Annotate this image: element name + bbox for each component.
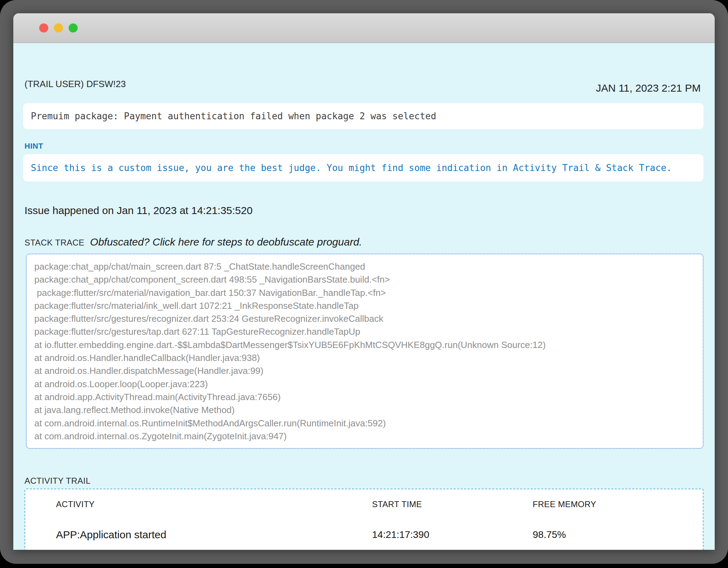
stack-trace-line: at com.android.internal.os.ZygoteInit.ma… — [34, 430, 699, 443]
zoom-button[interactable] — [69, 23, 78, 33]
column-header-free-memory: FREE MEMORY — [533, 499, 703, 509]
stack-trace-line: package:flutter/src/gestures/recognizer.… — [34, 312, 699, 325]
stack-trace-line: package:chat_app/chat/component_screen.d… — [34, 273, 699, 286]
stack-trace-line: package:flutter/src/gestures/tap.dart 62… — [34, 325, 699, 338]
hint-label: HINT — [24, 142, 43, 151]
column-header-start-time: START TIME — [372, 499, 533, 509]
activity-trail-table-header: ACTIVITY START TIME FREE MEMORY — [56, 498, 703, 510]
stack-trace-line: at android.os.Handler.dispatchMessage(Ha… — [34, 364, 699, 377]
stack-trace-line: at com.android.internal.os.RuntimeInit$M… — [34, 417, 699, 430]
issue-detail-content: (TRAIL USER) DFSW!23 JAN 11, 2023 2:21 P… — [13, 43, 715, 550]
activity-trail-panel[interactable]: ACTIVITY START TIME FREE MEMORY APP:Appl… — [24, 489, 704, 550]
stack-trace-line: at android.app.ActivityThread.main(Activ… — [34, 391, 699, 404]
stack-trace-line: at android.os.Looper.loop(Looper.java:22… — [34, 378, 699, 391]
issue-datetime: JAN 11, 2023 2:21 PM — [596, 82, 701, 94]
window-titlebar[interactable] — [13, 13, 715, 43]
stack-trace-header: STACK TRACE Obfuscated? Click here for s… — [24, 236, 362, 248]
activity-trail-label: ACTIVITY TRAIL — [24, 476, 91, 486]
table-row[interactable]: APP:Initializing states 14:21:17:396 98.… — [56, 547, 703, 550]
stack-trace-line: package:flutter/src/material/navigation_… — [34, 286, 699, 299]
deobfuscate-link[interactable]: Obfuscated? Click here for steps to deob… — [90, 236, 362, 248]
close-button[interactable] — [39, 23, 48, 33]
hint-text: Since this is a custom issue, you are th… — [23, 154, 704, 182]
stack-trace-line: package:flutter/src/material/ink_well.da… — [34, 299, 699, 312]
free-memory-cell: 98.75% — [533, 529, 703, 540]
stack-trace-label: STACK TRACE — [24, 238, 84, 248]
minimize-button[interactable] — [54, 23, 63, 33]
table-row[interactable]: APP:Application started 14:21:17:390 98.… — [56, 522, 703, 547]
column-header-activity: ACTIVITY — [56, 499, 372, 509]
trail-user-label: (TRAIL USER) DFSW!23 — [24, 79, 126, 90]
issue-summary: Premuim package: Payment authentication … — [23, 103, 704, 129]
app-window: (TRAIL USER) DFSW!23 JAN 11, 2023 2:21 P… — [13, 13, 715, 550]
desktop-frame: (TRAIL USER) DFSW!23 JAN 11, 2023 2:21 P… — [0, 0, 728, 564]
issue-occurred-timestamp: Issue happened on Jan 11, 2023 at 14:21:… — [24, 205, 253, 216]
traffic-lights — [39, 13, 78, 43]
stack-trace-line: at java.lang.reflect.Method.invoke(Nativ… — [34, 404, 699, 417]
stack-trace-panel[interactable]: package:chat_app/chat/main_screen.dart 8… — [26, 254, 704, 449]
activity-cell: APP:Application started — [56, 529, 372, 541]
stack-trace-line: at android.os.Handler.handleCallback(Han… — [34, 352, 699, 364]
stack-trace-line: at io.flutter.embedding.engine.dart.-$$L… — [34, 339, 699, 352]
start-time-cell: 14:21:17:390 — [372, 529, 533, 540]
stack-trace-line: package:chat_app/chat/main_screen.dart 8… — [34, 260, 699, 273]
